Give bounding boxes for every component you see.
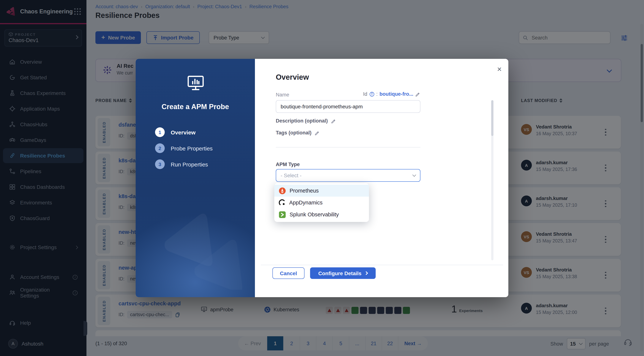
id-label: Id <box>363 91 367 97</box>
name-label: Name <box>276 92 289 98</box>
option-prometheus[interactable]: Prometheus <box>274 185 369 197</box>
overview-form-panel: × Overview Name Id : boutique-fro... Des… <box>255 59 508 297</box>
splunk-icon <box>279 211 286 218</box>
option-splunk-observability[interactable]: Splunk Observability <box>274 209 369 220</box>
option-appdynamics[interactable]: AppDynamics <box>274 197 369 209</box>
footer-divider <box>261 265 503 265</box>
cancel-button[interactable]: Cancel <box>272 267 304 279</box>
close-icon[interactable]: × <box>494 64 504 74</box>
app-root: Chaos Engineering PROJECT Chaos-Dev1 Ove… <box>0 0 644 356</box>
apm-type-dropdown-menu: Prometheus AppDynamics Splunk Observabil… <box>274 183 369 222</box>
apm-type-select[interactable]: - Select - <box>276 169 420 182</box>
scrollbar-thumb[interactable] <box>491 100 494 136</box>
configure-details-button[interactable]: Configure Details <box>310 267 376 279</box>
probe-id-row: Id : boutique-fro... <box>330 91 420 97</box>
apm-type-label: APM Type <box>276 162 300 167</box>
chevron-down-icon <box>412 173 416 177</box>
edit-pencil-icon[interactable] <box>415 91 420 97</box>
wizard-step-run-properties[interactable]: 3 Run Properties <box>155 159 208 169</box>
wizard-panel: Create a APM Probe 1 Overview 2 Probe Pr… <box>136 59 255 297</box>
form-heading: Overview <box>276 73 309 81</box>
tags-label: Tags (optional) <box>276 130 320 136</box>
apm-monitor-icon <box>187 75 204 91</box>
edit-pencil-icon[interactable] <box>331 118 336 123</box>
wizard-step-probe-properties[interactable]: 2 Probe Properties <box>155 143 212 153</box>
description-label: Description (optional) <box>276 118 336 124</box>
edit-pencil-icon[interactable] <box>314 130 320 135</box>
chevron-right-icon <box>364 271 368 275</box>
prometheus-icon <box>279 187 286 194</box>
form-scrollbar[interactable] <box>491 100 494 260</box>
harness-watermark-icon <box>143 193 255 290</box>
probe-name-input[interactable] <box>276 100 420 113</box>
form-divider <box>276 147 420 147</box>
wizard-title: Create a APM Probe <box>136 103 255 111</box>
info-icon[interactable] <box>369 91 374 97</box>
wizard-step-overview[interactable]: 1 Overview <box>155 127 196 137</box>
appdynamics-icon <box>279 199 286 206</box>
create-apm-probe-modal: Create a APM Probe 1 Overview 2 Probe Pr… <box>136 59 508 297</box>
probe-id-value[interactable]: boutique-fro... <box>380 91 413 97</box>
